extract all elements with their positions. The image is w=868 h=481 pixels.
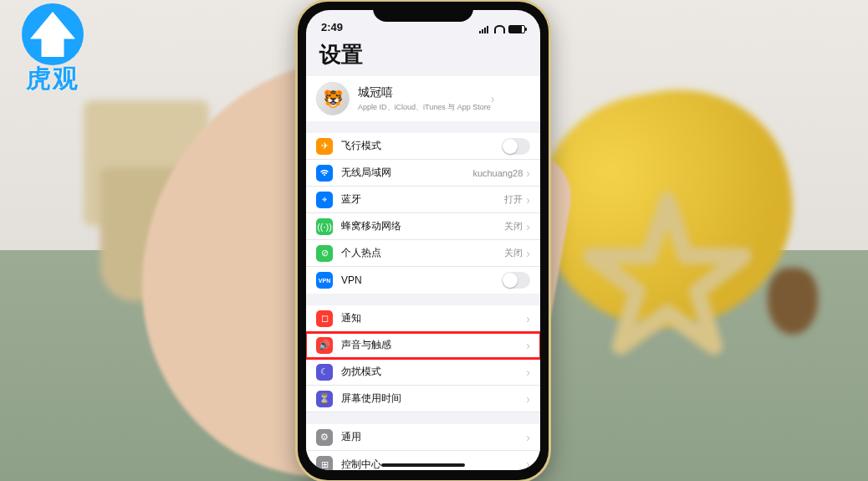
row-label: 飞行模式 [341, 139, 502, 153]
settings-group-profile: 🐯 城冠嘻 Apple ID、iCloud、iTunes 与 App Store… [306, 76, 540, 121]
row-notifications[interactable]: ◻ 通知 › [306, 305, 540, 332]
chevron-right-icon: › [526, 194, 530, 206]
chevron-right-icon: › [526, 313, 530, 325]
chevron-right-icon: › [491, 93, 495, 105]
chevron-right-icon: › [526, 366, 530, 378]
phone-frame: 2:49 设置 🐯 城冠嘻 Apple ID、iCloud、iTunes 与 A… [298, 2, 549, 480]
battery-icon [508, 25, 525, 33]
general-icon: ⚙ [316, 429, 333, 446]
avatar: 🐯 [316, 82, 350, 115]
row-label: VPN [341, 274, 502, 286]
screentime-icon: ⏳ [316, 391, 333, 407]
logo-icon [22, 3, 84, 65]
row-label: 蓝牙 [341, 192, 504, 207]
bluetooth-icon: ⌖ [316, 192, 333, 208]
row-value: 关闭 [504, 220, 523, 233]
row-apple-id[interactable]: 🐯 城冠嘻 Apple ID、iCloud、iTunes 与 App Store… [306, 76, 540, 121]
vpn-switch[interactable] [502, 272, 530, 289]
chevron-right-icon: › [526, 458, 530, 470]
settings-group-connectivity: ✈ 飞行模式 无线局域网 kuchuang28 › ⌖ 蓝牙 打开 › [306, 133, 540, 294]
row-value: 关闭 [504, 247, 523, 259]
row-hotspot[interactable]: ⊘ 个人热点 关闭 › [306, 240, 540, 267]
row-label: 蜂窝移动网络 [341, 219, 504, 233]
background-star [584, 192, 751, 360]
row-label: 无线局域网 [341, 166, 472, 180]
row-label: 通知 [341, 311, 526, 325]
cellular-icon: ((·)) [316, 218, 333, 235]
row-wifi[interactable]: 无线局域网 kuchuang28 › [306, 160, 540, 187]
control-center-icon: ⊞ [316, 456, 333, 470]
page-title: 设置 [306, 35, 540, 76]
background-prop [768, 268, 818, 335]
phone-notch [373, 2, 473, 22]
status-time: 2:49 [321, 21, 343, 33]
row-label: 个人热点 [341, 246, 504, 260]
chevron-right-icon: › [526, 248, 530, 259]
chevron-right-icon: › [526, 221, 530, 233]
row-bluetooth[interactable]: ⌖ 蓝牙 打开 › [306, 187, 540, 213]
row-do-not-disturb[interactable]: ☾ 勿扰模式 › [306, 359, 540, 386]
wifi-icon [316, 165, 333, 182]
row-label: 声音与触感 [341, 338, 526, 352]
row-value: kuchuang28 [472, 168, 523, 178]
notifications-icon: ◻ [316, 310, 333, 327]
row-general[interactable]: ⚙ 通用 › [306, 424, 540, 451]
row-screen-time[interactable]: ⏳ 屏幕使用时间 › [306, 386, 540, 412]
airplane-switch[interactable] [502, 138, 530, 155]
settings-group-notifications: ◻ 通知 › 🔊 声音与触感 › ☾ 勿扰模式 › ⏳ 屏幕使用时间 [306, 305, 540, 412]
chevron-right-icon: › [526, 393, 530, 405]
row-cellular[interactable]: ((·)) 蜂窝移动网络 关闭 › [306, 213, 540, 240]
profile-name: 城冠嘻 [358, 85, 491, 100]
svg-marker-0 [590, 201, 744, 346]
row-airplane-mode[interactable]: ✈ 飞行模式 [306, 133, 540, 160]
sounds-icon: 🔊 [316, 337, 333, 354]
chevron-right-icon: › [526, 340, 530, 351]
channel-logo: 虎观 [15, 3, 90, 96]
row-label: 屏幕使用时间 [341, 391, 526, 406]
status-icons [479, 25, 525, 33]
vpn-icon: VPN [316, 272, 333, 289]
row-control-center[interactable]: ⊞ 控制中心 › [306, 451, 540, 470]
hotspot-icon: ⊘ [316, 245, 333, 262]
row-label: 勿扰模式 [341, 365, 526, 379]
home-indicator[interactable] [381, 463, 465, 467]
profile-subtitle: Apple ID、iCloud、iTunes 与 App Store [358, 102, 491, 113]
logo-text: 虎观 [15, 62, 90, 96]
row-sounds-haptics[interactable]: 🔊 声音与触感 › [306, 332, 540, 359]
row-vpn[interactable]: VPN VPN [306, 267, 540, 294]
phone-screen: 2:49 设置 🐯 城冠嘻 Apple ID、iCloud、iTunes 与 A… [306, 10, 540, 470]
row-value: 打开 [504, 193, 523, 206]
dnd-icon: ☾ [316, 364, 333, 381]
row-label: 通用 [341, 430, 526, 444]
wifi-icon [494, 25, 505, 33]
signal-icon [479, 25, 491, 33]
chevron-right-icon: › [526, 432, 530, 443]
settings-list[interactable]: 🐯 城冠嘻 Apple ID、iCloud、iTunes 与 App Store… [306, 76, 540, 470]
airplane-icon: ✈ [316, 138, 333, 155]
chevron-right-icon: › [526, 167, 530, 179]
